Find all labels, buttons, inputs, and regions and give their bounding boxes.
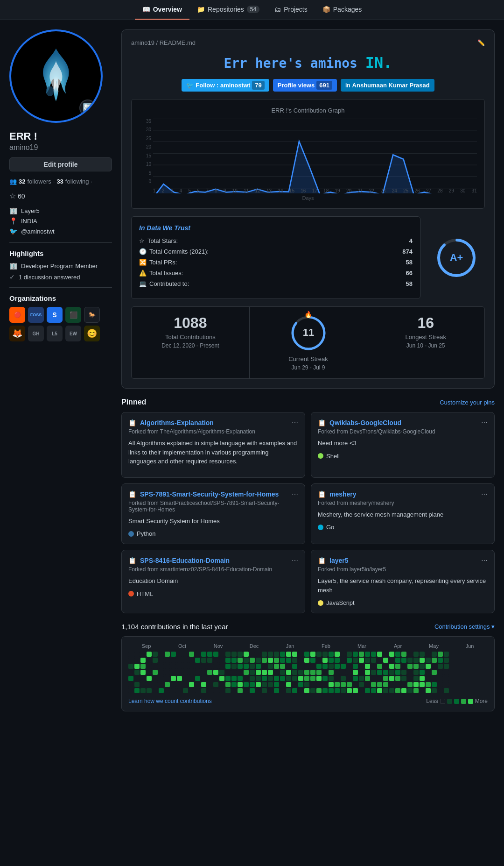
contrib-day[interactable] [395, 658, 400, 663]
contrib-day[interactable] [438, 664, 443, 669]
contrib-day[interactable] [286, 676, 291, 681]
contrib-day[interactable] [213, 682, 218, 687]
following-count[interactable]: 33 [56, 178, 63, 185]
contrib-day[interactable] [165, 682, 170, 687]
contrib-day[interactable] [213, 664, 218, 669]
contrib-day[interactable] [341, 670, 346, 675]
contrib-day[interactable] [153, 652, 158, 657]
contrib-day[interactable] [189, 670, 194, 675]
contrib-day[interactable] [420, 670, 425, 675]
contrib-day[interactable] [207, 682, 212, 687]
contrib-day[interactable] [310, 658, 315, 663]
contrib-day[interactable] [231, 688, 237, 693]
contrib-day[interactable] [371, 682, 376, 687]
contrib-day[interactable] [444, 688, 449, 693]
contrib-day[interactable] [365, 670, 370, 675]
contrib-day[interactable] [316, 682, 322, 687]
contrib-day[interactable] [329, 670, 334, 675]
contrib-day[interactable] [420, 652, 425, 657]
contrib-day[interactable] [420, 658, 425, 663]
contrib-day[interactable] [286, 664, 291, 669]
contrib-day[interactable] [195, 682, 200, 687]
contrib-day[interactable] [353, 688, 358, 693]
contrib-day[interactable] [140, 664, 146, 669]
contrib-day[interactable] [134, 664, 140, 669]
contrib-day[interactable] [383, 658, 388, 663]
contrib-day[interactable] [171, 652, 176, 657]
contrib-day[interactable] [244, 670, 249, 675]
contrib-day[interactable] [292, 664, 297, 669]
contrib-day[interactable] [389, 676, 394, 681]
contrib-day[interactable] [250, 682, 255, 687]
contrib-day[interactable] [310, 676, 315, 681]
contrib-day[interactable] [262, 652, 267, 657]
contrib-day[interactable] [213, 688, 218, 693]
contrib-day[interactable] [165, 658, 170, 663]
contrib-day[interactable] [420, 664, 425, 669]
contrib-day[interactable] [231, 652, 237, 657]
contrib-day[interactable] [225, 688, 231, 693]
contrib-day[interactable] [195, 688, 200, 693]
contrib-day[interactable] [274, 670, 279, 675]
contrib-day[interactable] [189, 664, 194, 669]
contrib-day[interactable] [140, 682, 146, 687]
contrib-day[interactable] [359, 688, 364, 693]
contrib-day[interactable] [365, 652, 370, 657]
contrib-day[interactable] [213, 676, 218, 681]
contrib-day[interactable] [231, 682, 237, 687]
contrib-day[interactable] [280, 670, 285, 675]
contrib-day[interactable] [371, 652, 376, 657]
contrib-day[interactable] [353, 670, 358, 675]
contrib-day[interactable] [244, 676, 249, 681]
contrib-day[interactable] [341, 664, 346, 669]
contrib-day[interactable] [280, 652, 285, 657]
contrib-day[interactable] [201, 682, 206, 687]
contrib-day[interactable] [183, 664, 188, 669]
contrib-day[interactable] [250, 658, 255, 663]
contrib-day[interactable] [322, 670, 328, 675]
contrib-day[interactable] [298, 664, 303, 669]
contrib-day[interactable] [250, 652, 255, 657]
contrib-day[interactable] [389, 670, 394, 675]
contrib-day[interactable] [413, 670, 419, 675]
contrib-day[interactable] [383, 688, 388, 693]
contrib-day[interactable] [371, 664, 376, 669]
org-avatar-0[interactable]: 🔴 [9, 307, 25, 323]
contrib-day[interactable] [335, 664, 340, 669]
contrib-day[interactable] [177, 688, 182, 693]
edit-profile-button[interactable]: Edit profile [9, 157, 112, 171]
contrib-day[interactable] [444, 676, 449, 681]
contrib-day[interactable] [438, 688, 443, 693]
contrib-day[interactable] [389, 658, 394, 663]
contrib-day[interactable] [389, 652, 394, 657]
contrib-day[interactable] [365, 682, 370, 687]
contrib-day[interactable] [213, 670, 218, 675]
contrib-day[interactable] [401, 664, 406, 669]
contrib-day[interactable] [432, 670, 437, 675]
contrib-day[interactable] [268, 676, 273, 681]
contrib-day[interactable] [140, 676, 146, 681]
contrib-day[interactable] [183, 682, 188, 687]
contrib-day[interactable] [329, 676, 334, 681]
contrib-day[interactable] [432, 664, 437, 669]
contrib-day[interactable] [438, 658, 443, 663]
contrib-day[interactable] [347, 664, 352, 669]
contrib-day[interactable] [365, 676, 370, 681]
contrib-day[interactable] [280, 658, 285, 663]
contrib-day[interactable] [383, 676, 388, 681]
contrib-day[interactable] [341, 652, 346, 657]
contrib-day[interactable] [268, 664, 273, 669]
contrib-day[interactable] [268, 658, 273, 663]
contrib-day[interactable] [438, 676, 443, 681]
contrib-day[interactable] [177, 664, 182, 669]
contrib-day[interactable] [238, 664, 243, 669]
contrib-day[interactable] [225, 652, 231, 657]
contrib-day[interactable] [316, 676, 322, 681]
contrib-day[interactable] [359, 658, 364, 663]
contrib-day[interactable] [256, 652, 261, 657]
contrib-day[interactable] [407, 682, 413, 687]
contrib-day[interactable] [413, 682, 419, 687]
contrib-day[interactable] [244, 682, 249, 687]
contrib-day[interactable] [189, 658, 194, 663]
contrib-day[interactable] [274, 652, 279, 657]
